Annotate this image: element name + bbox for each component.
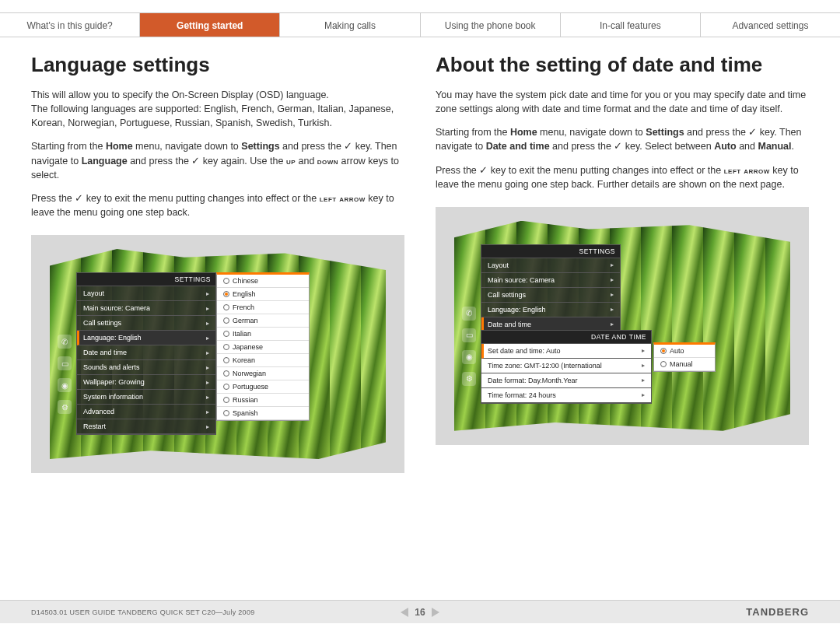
language-popup: Chinese English French German Italian Ja… xyxy=(216,272,310,421)
submenu-row[interactable]: Time zone: GMT-12:00 (International▸ xyxy=(481,359,651,373)
datetime-submenu-header: DATE AND TIME xyxy=(481,331,651,344)
nav-item-whats-in-guide[interactable]: What's in this guide? xyxy=(0,13,140,37)
lang-option[interactable]: Spanish xyxy=(217,407,309,420)
lang-option[interactable]: Chinese xyxy=(217,275,309,288)
menu-row[interactable]: Layout▸ xyxy=(77,286,215,301)
menu-row[interactable]: Language: English▸ xyxy=(481,303,620,317)
next-page-button[interactable] xyxy=(432,608,439,617)
lang-option[interactable]: Japanese xyxy=(217,341,309,354)
submenu-row-selected[interactable]: Set date and time: Auto▸ xyxy=(481,344,651,359)
laptop-icon: ▭ xyxy=(58,356,72,370)
top-nav: What's in this guide? Getting started Ma… xyxy=(0,12,840,37)
side-icons: ✆ ▭ ◉ ⚙ xyxy=(462,307,476,386)
menu-row[interactable]: Restart▸ xyxy=(77,419,215,434)
nav-item-incall[interactable]: In-call features xyxy=(561,13,701,37)
settings-menu-header: SETTINGS xyxy=(77,273,215,286)
heading-language-settings: Language settings xyxy=(31,53,404,77)
dt-option-auto[interactable]: Auto xyxy=(654,345,715,358)
dt-option-manual[interactable]: Manual xyxy=(654,358,715,371)
settings-menu: SETTINGS Layout▸ Main source: Camera▸ Ca… xyxy=(481,244,621,333)
pager: 16 xyxy=(401,607,439,618)
laptop-icon: ▭ xyxy=(462,328,476,342)
menu-row[interactable]: Wallpaper: Growing▸ xyxy=(77,375,215,390)
disc-icon: ◉ xyxy=(58,378,72,392)
dt-para-1: You may have the system pick date and ti… xyxy=(436,88,809,116)
lang-option[interactable]: Norwegian xyxy=(217,367,309,380)
side-icons: ✆ ▭ ◉ ⚙ xyxy=(58,335,72,414)
handset-icon: ✆ xyxy=(462,307,476,321)
lang-option[interactable]: Russian xyxy=(217,394,309,407)
dt-para-2: Starting from the Home menu, navigate do… xyxy=(436,125,809,153)
lang-option[interactable]: English xyxy=(217,288,309,301)
menu-row-selected[interactable]: Language: English▸ xyxy=(77,331,215,345)
menu-row[interactable]: Call settings▸ xyxy=(77,316,215,331)
gear-icon: ⚙ xyxy=(58,400,72,414)
brand-logo: TANDBERG xyxy=(439,606,809,618)
lang-para-2: Starting from the Home menu, navigate do… xyxy=(31,139,404,181)
dt-para-3: Press the ✓ key to exit the menu putting… xyxy=(436,163,809,191)
dt-screenshot-frame: ✆ ▭ ◉ ⚙ SETTINGS Layout▸ Main source: Ca… xyxy=(436,207,809,445)
settings-menu: SETTINGS Layout▸ Main source: Camera▸ Ca… xyxy=(76,272,216,435)
menu-row[interactable]: Main source: Camera▸ xyxy=(77,301,215,316)
page-number: 16 xyxy=(415,607,425,618)
lang-screenshot-frame: ✆ ▭ ◉ ⚙ SETTINGS Layout▸ Main source: Ca… xyxy=(31,235,404,473)
nav-item-getting-started[interactable]: Getting started xyxy=(140,13,280,37)
submenu-row[interactable]: Date format: Day.Month.Year▸ xyxy=(481,373,651,388)
menu-row[interactable]: Main source: Camera▸ xyxy=(481,273,620,288)
menu-row[interactable]: Date and time▸ xyxy=(77,345,215,360)
lang-option[interactable]: French xyxy=(217,301,309,314)
nav-item-making-calls[interactable]: Making calls xyxy=(280,13,420,37)
gear-icon: ⚙ xyxy=(462,372,476,386)
auto-manual-popup: Auto Manual xyxy=(653,342,716,372)
disc-icon: ◉ xyxy=(462,350,476,364)
lang-para-1: This will allow you to specify the On-Sc… xyxy=(31,88,404,130)
lang-option[interactable]: German xyxy=(217,314,309,328)
menu-row[interactable]: Sounds and alerts▸ xyxy=(77,360,215,375)
menu-row[interactable]: System information▸ xyxy=(77,390,215,405)
lang-option[interactable]: Portuguese xyxy=(217,380,309,394)
prev-page-button[interactable] xyxy=(401,608,408,617)
handset-icon: ✆ xyxy=(58,335,72,349)
doc-id: D14503.01 USER GUIDE TANDBERG QUICK SET … xyxy=(31,608,401,616)
menu-row[interactable]: Advanced▸ xyxy=(77,405,215,419)
footer: D14503.01 USER GUIDE TANDBERG QUICK SET … xyxy=(0,600,840,623)
lang-para-3: Press the ✓ key to exit the menu putting… xyxy=(31,191,404,219)
heading-date-time: About the setting of date and time xyxy=(436,53,809,77)
lang-option[interactable]: Italian xyxy=(217,328,309,341)
menu-row[interactable]: Call settings▸ xyxy=(481,288,620,303)
lang-option[interactable]: Korean xyxy=(217,354,309,367)
nav-item-advanced[interactable]: Advanced settings xyxy=(701,13,840,37)
settings-menu-header: SETTINGS xyxy=(481,245,620,258)
nav-item-phone-book[interactable]: Using the phone book xyxy=(421,13,561,37)
datetime-submenu: DATE AND TIME Set date and time: Auto▸ T… xyxy=(481,330,652,404)
submenu-row[interactable]: Time format: 24 hours▸ xyxy=(481,388,651,403)
menu-row[interactable]: Layout▸ xyxy=(481,258,620,273)
